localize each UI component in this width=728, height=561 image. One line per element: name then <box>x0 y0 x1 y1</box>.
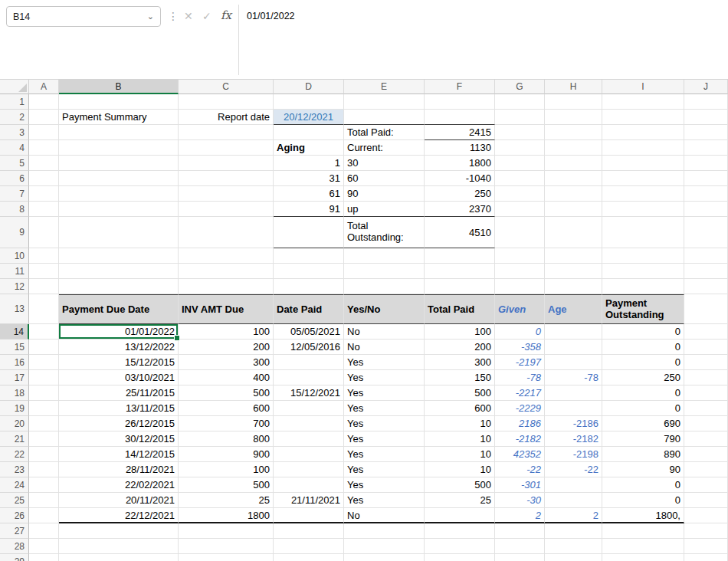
cell-J21[interactable] <box>684 431 728 447</box>
cell-D16[interactable] <box>274 355 344 370</box>
cell-C28[interactable] <box>179 539 274 554</box>
cell-F3[interactable]: 2415 <box>425 125 495 140</box>
row-header-14[interactable]: 14 <box>0 324 29 340</box>
cell-H13[interactable]: Age <box>545 294 602 324</box>
cell-H10[interactable] <box>545 248 602 264</box>
cell-D17[interactable] <box>274 370 344 385</box>
insert-function-button[interactable]: fx <box>221 8 231 22</box>
cell-J3[interactable] <box>684 125 728 140</box>
cell-B28[interactable] <box>59 539 179 554</box>
cell-F14[interactable]: 100 <box>425 324 495 340</box>
cell-D25[interactable]: 21/11/2021 <box>274 493 344 508</box>
cell-H3[interactable] <box>545 125 602 140</box>
row-header-25[interactable]: 25 <box>0 493 29 508</box>
cell-C5[interactable] <box>179 156 274 171</box>
row-header-11[interactable]: 11 <box>0 264 29 279</box>
cell-C26[interactable]: 1800 <box>179 508 274 523</box>
cell-F18[interactable]: 500 <box>425 385 495 401</box>
cell-D24[interactable] <box>274 477 344 493</box>
formula-bar-input[interactable]: 01/01/2022 <box>239 0 728 79</box>
cell-C3[interactable] <box>179 125 274 140</box>
cell-E2[interactable] <box>344 110 425 125</box>
cell-E16[interactable]: Yes <box>344 355 425 370</box>
cell-D22[interactable] <box>274 447 344 462</box>
cell-A5[interactable] <box>29 156 59 171</box>
cell-H15[interactable] <box>545 340 602 355</box>
cell-I27[interactable] <box>602 523 684 539</box>
row-header-24[interactable]: 24 <box>0 477 29 493</box>
cell-D6[interactable]: 31 <box>274 171 344 186</box>
cell-A29[interactable] <box>29 554 59 561</box>
cell-B17[interactable]: 03/10/2021 <box>59 370 179 385</box>
cell-E27[interactable] <box>344 523 425 539</box>
cell-A16[interactable] <box>29 355 59 370</box>
cell-I2[interactable] <box>602 110 684 125</box>
row-header-10[interactable]: 10 <box>0 248 29 264</box>
cell-D12[interactable] <box>274 279 344 294</box>
cell-J17[interactable] <box>684 370 728 385</box>
cell-G9[interactable] <box>495 217 545 248</box>
row-header-4[interactable]: 4 <box>0 140 29 156</box>
cell-F23[interactable]: 10 <box>425 462 495 477</box>
cell-I19[interactable]: 0 <box>602 401 684 416</box>
cell-E4[interactable]: Current: <box>344 140 425 156</box>
cell-E23[interactable]: Yes <box>344 462 425 477</box>
cell-C10[interactable] <box>179 248 274 264</box>
cell-E15[interactable]: No <box>344 340 425 355</box>
cell-C27[interactable] <box>179 523 274 539</box>
cell-I18[interactable]: 0 <box>602 385 684 401</box>
chevron-down-icon[interactable]: ⌄ <box>147 11 154 21</box>
cell-C18[interactable]: 500 <box>179 385 274 401</box>
cell-I3[interactable] <box>602 125 684 140</box>
cell-E24[interactable]: Yes <box>344 477 425 493</box>
cell-J4[interactable] <box>684 140 728 156</box>
row-header-12[interactable]: 12 <box>0 279 29 294</box>
cell-C29[interactable] <box>179 554 274 561</box>
cell-D19[interactable] <box>274 401 344 416</box>
cell-E17[interactable]: Yes <box>344 370 425 385</box>
cell-I25[interactable]: 0 <box>602 493 684 508</box>
cell-A10[interactable] <box>29 248 59 264</box>
cell-F25[interactable]: 25 <box>425 493 495 508</box>
cell-F7[interactable]: 250 <box>425 186 495 202</box>
cell-H2[interactable] <box>545 110 602 125</box>
cell-C6[interactable] <box>179 171 274 186</box>
cell-B10[interactable] <box>59 248 179 264</box>
cell-E19[interactable]: Yes <box>344 401 425 416</box>
cell-J9[interactable] <box>684 217 728 248</box>
formula-cancel-button[interactable]: ✕ <box>184 10 193 22</box>
column-header-C[interactable]: C <box>179 80 274 94</box>
cell-E21[interactable]: Yes <box>344 431 425 447</box>
cell-A7[interactable] <box>29 186 59 202</box>
cell-G26[interactable]: 2 <box>495 508 545 523</box>
cell-A24[interactable] <box>29 477 59 493</box>
cell-G1[interactable] <box>495 94 545 110</box>
cell-B3[interactable] <box>59 125 179 140</box>
row-header-6[interactable]: 6 <box>0 171 29 186</box>
cell-F29[interactable] <box>425 554 495 561</box>
row-header-23[interactable]: 23 <box>0 462 29 477</box>
row-header-27[interactable]: 27 <box>0 523 29 539</box>
cell-B21[interactable]: 30/12/2015 <box>59 431 179 447</box>
row-header-16[interactable]: 16 <box>0 355 29 370</box>
cell-J2[interactable] <box>684 110 728 125</box>
cell-G13[interactable]: Given <box>495 294 545 324</box>
cell-G6[interactable] <box>495 171 545 186</box>
cell-F4[interactable]: 1130 <box>425 140 495 156</box>
cell-H27[interactable] <box>545 523 602 539</box>
cell-I9[interactable] <box>602 217 684 248</box>
select-all-button[interactable] <box>0 80 29 94</box>
cell-B23[interactable]: 28/11/2021 <box>59 462 179 477</box>
cell-C7[interactable] <box>179 186 274 202</box>
cell-J7[interactable] <box>684 186 728 202</box>
row-header-13[interactable]: 13 <box>0 294 29 324</box>
row-header-28[interactable]: 28 <box>0 539 29 554</box>
cell-H21[interactable]: -2182 <box>545 431 602 447</box>
cell-B11[interactable] <box>59 264 179 279</box>
cell-G3[interactable] <box>495 125 545 140</box>
cell-B16[interactable]: 15/12/2015 <box>59 355 179 370</box>
cell-I13[interactable]: Payment Outstanding <box>602 294 684 324</box>
name-box[interactable]: B14 ⌄ <box>6 6 161 27</box>
cell-J12[interactable] <box>684 279 728 294</box>
cell-I1[interactable] <box>602 94 684 110</box>
